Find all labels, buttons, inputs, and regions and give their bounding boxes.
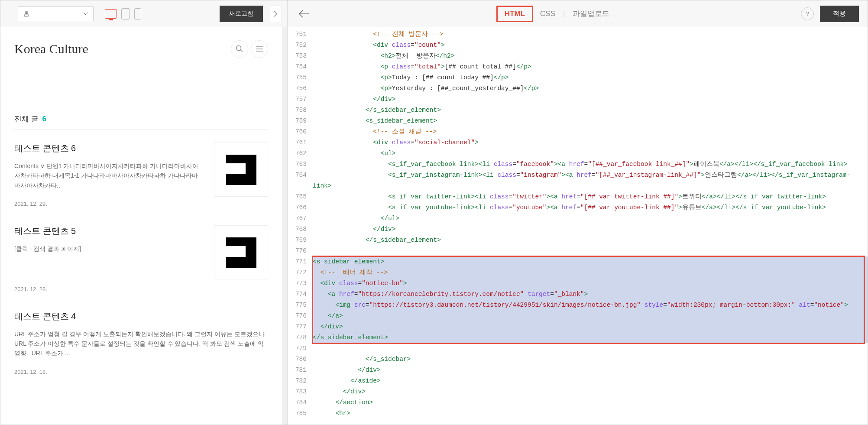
tab-upload[interactable]: 파일업로드 (566, 6, 616, 21)
editor-tabs: HTML CSS | 파일업로드 (496, 6, 616, 22)
post-date: 2021. 12. 18. (14, 369, 268, 375)
total-posts-count: 6 (42, 115, 46, 123)
post-excerpt: Contents ∨ 단원1 가나다라마바사아자차카타파하 가나다라마바사아자차… (14, 161, 202, 190)
post-thumbnail (214, 225, 268, 279)
scrollbar-thumb[interactable] (283, 89, 286, 264)
code-area[interactable]: <!-- 전체 방문자 --> <div class="count"> <h2>… (310, 27, 868, 425)
post-excerpt: [클릭 - 검색 결과 페이지] (14, 244, 202, 253)
page-select-value: 홈 (23, 10, 29, 18)
arrow-left-icon (298, 10, 310, 18)
desktop-view-icon[interactable] (105, 9, 117, 19)
post-item[interactable]: 테스트 콘텐츠 5 [클릭 - 검색 결과 페이지] 2021. 12. 28. (14, 225, 268, 292)
apply-button[interactable]: 적용 (820, 6, 859, 22)
divider (14, 129, 268, 130)
post-title: 테스트 콘텐츠 6 (14, 143, 202, 154)
preview-toolbar: 홈 새로고침 (0, 0, 287, 27)
post-item[interactable]: 테스트 콘텐츠 6 Contents ∨ 단원1 가나다라마바사아자차카타파하 … (14, 143, 268, 207)
post-date: 2021. 12. 28. (14, 286, 202, 292)
post-title: 테스트 콘텐츠 4 (14, 311, 268, 322)
post-date: 2021. 12. 29. (14, 201, 202, 207)
post-excerpt: URL 주소가 엄청 길 경우 어떻게 노출되는지 확인해보겠습니다. 왜 그럴… (14, 329, 268, 358)
menu-button[interactable] (251, 40, 268, 58)
mobile-view-icon[interactable] (134, 8, 141, 19)
preview-pane: 홈 새로고침 Korea Culture (0, 0, 288, 425)
post-title: 테스트 콘텐츠 5 (14, 225, 202, 237)
tablet-view-icon[interactable] (121, 8, 130, 19)
post-item[interactable]: 테스트 콘텐츠 4 URL 주소가 엄청 길 경우 어떻게 노출되는지 확인해보… (14, 311, 268, 375)
hamburger-icon (256, 46, 263, 52)
editor-toolbar: HTML CSS | 파일업로드 ? 적용 (288, 0, 868, 27)
code-editor[interactable]: 7517527537547557567577587597607617627637… (288, 27, 868, 425)
line-gutter: 7517527537547557567577587597607617627637… (288, 27, 310, 425)
preview-scroll[interactable]: Korea Culture 전체 글 6 (0, 27, 287, 425)
search-icon (236, 45, 243, 53)
back-button[interactable] (296, 6, 312, 22)
post-thumbnail (214, 143, 268, 197)
chevron-down-icon (84, 13, 88, 15)
total-posts-label: 전체 글 6 (14, 114, 268, 124)
svg-line-1 (240, 50, 243, 52)
site-title[interactable]: Korea Culture (14, 42, 88, 56)
search-button[interactable] (231, 40, 248, 58)
editor-pane: HTML CSS | 파일업로드 ? 적용 751752753754755756… (288, 0, 868, 425)
refresh-button[interactable]: 새로고침 (220, 6, 263, 22)
svg-point-0 (236, 46, 241, 51)
page-select[interactable]: 홈 (18, 6, 94, 21)
expand-button[interactable] (269, 6, 282, 22)
tab-css[interactable]: CSS (533, 7, 562, 21)
tab-html[interactable]: HTML (496, 6, 533, 22)
help-button[interactable]: ? (801, 7, 814, 20)
chevron-right-icon (274, 11, 277, 17)
